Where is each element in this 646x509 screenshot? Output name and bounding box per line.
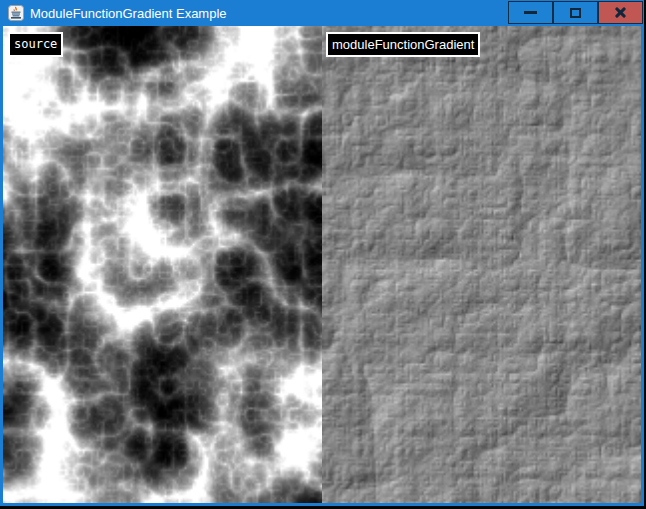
module-function-gradient-panel: moduleFunctionGradient <box>322 26 641 503</box>
minimize-icon <box>524 11 537 14</box>
window-controls <box>508 1 643 24</box>
source-image-panel: source <box>3 26 322 503</box>
maximize-icon <box>570 8 581 18</box>
close-button[interactable] <box>598 1 643 24</box>
image-area: source moduleFunctionGradient <box>3 26 641 503</box>
source-label: source <box>8 32 63 57</box>
module-function-gradient-image <box>322 26 641 503</box>
java-coffee-cup-icon <box>8 5 24 21</box>
window-title: ModuleFunctionGradient Example <box>30 6 227 21</box>
minimize-button[interactable] <box>508 1 553 24</box>
source-image <box>3 26 322 503</box>
close-icon <box>614 6 627 19</box>
module-function-gradient-label: moduleFunctionGradient <box>326 32 480 57</box>
maximize-button[interactable] <box>553 1 598 24</box>
app-window: ModuleFunctionGradient Example source mo… <box>0 0 644 506</box>
titlebar[interactable]: ModuleFunctionGradient Example <box>0 0 644 26</box>
